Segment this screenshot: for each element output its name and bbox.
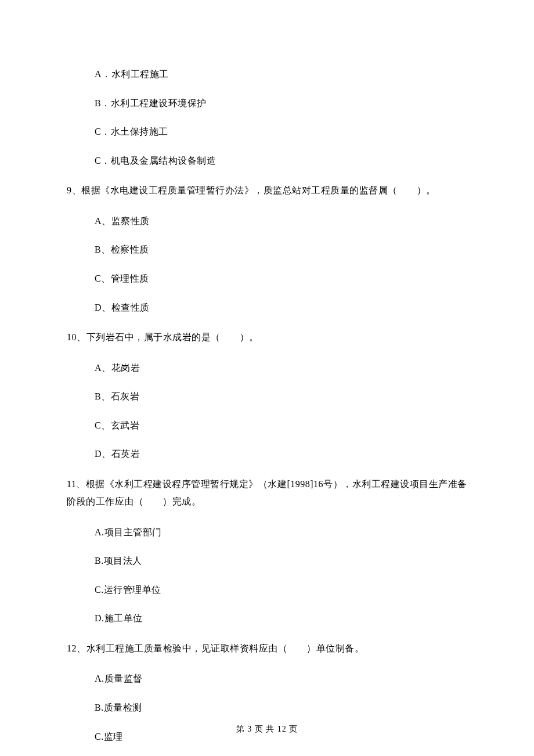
q9-option-b: B、检察性质 bbox=[67, 242, 467, 257]
q8-option-c: C．水土保持施工 bbox=[67, 124, 467, 139]
q10-option-b: B、石灰岩 bbox=[67, 389, 467, 404]
q9-option-c: C、管理性质 bbox=[67, 271, 467, 286]
q12-option-b: B.质量检测 bbox=[67, 700, 467, 715]
q11-option-a: A.项目主管部门 bbox=[67, 525, 467, 540]
q11-option-d: D.施工单位 bbox=[67, 611, 467, 626]
q8-options-continued: A．水利工程施工 B．水利工程建设环境保护 C．水土保持施工 C．机电及金属结构… bbox=[67, 67, 467, 168]
q9-option-a: A、监察性质 bbox=[67, 214, 467, 229]
document-page: A．水利工程施工 B．水利工程建设环境保护 C．水土保持施工 C．机电及金属结构… bbox=[0, 0, 534, 756]
q8-option-b: B．水利工程建设环境保护 bbox=[67, 96, 467, 111]
q10-option-d: D、石英岩 bbox=[67, 447, 467, 462]
page-footer: 第 3 页 共 12 页 bbox=[0, 723, 534, 736]
q8-option-c2: C．机电及金属结构设备制造 bbox=[67, 153, 467, 168]
q12-option-a: A.质量监督 bbox=[67, 671, 467, 686]
q10-option-c: C、玄武岩 bbox=[67, 418, 467, 433]
q12-options: A.质量监督 B.质量检测 C.监理 D.施工 bbox=[67, 671, 467, 756]
q10-stem: 10、下列岩石中，属于水成岩的是（ ）。 bbox=[67, 329, 467, 346]
q11-stem: 11、根据《水利工程建设程序管理暂行规定》（水建[1998]16号），水利工程建… bbox=[67, 476, 467, 511]
q10-option-a: A、花岗岩 bbox=[67, 361, 467, 376]
q11-options: A.项目主管部门 B.项目法人 C.运行管理单位 D.施工单位 bbox=[67, 525, 467, 626]
q9-option-d: D、检查性质 bbox=[67, 300, 467, 315]
q11-option-c: C.运行管理单位 bbox=[67, 582, 467, 597]
q11-option-b: B.项目法人 bbox=[67, 553, 467, 568]
q9-stem: 9、根据《水电建设工程质量管理暂行办法》，质监总站对工程质量的监督属（ ）。 bbox=[67, 182, 467, 199]
q8-option-a: A．水利工程施工 bbox=[67, 67, 467, 82]
q12-stem: 12、水利工程施工质量检验中，见证取样资料应由（ ）单位制备。 bbox=[67, 640, 467, 657]
q9-options: A、监察性质 B、检察性质 C、管理性质 D、检查性质 bbox=[67, 214, 467, 315]
q10-options: A、花岗岩 B、石灰岩 C、玄武岩 D、石英岩 bbox=[67, 361, 467, 462]
